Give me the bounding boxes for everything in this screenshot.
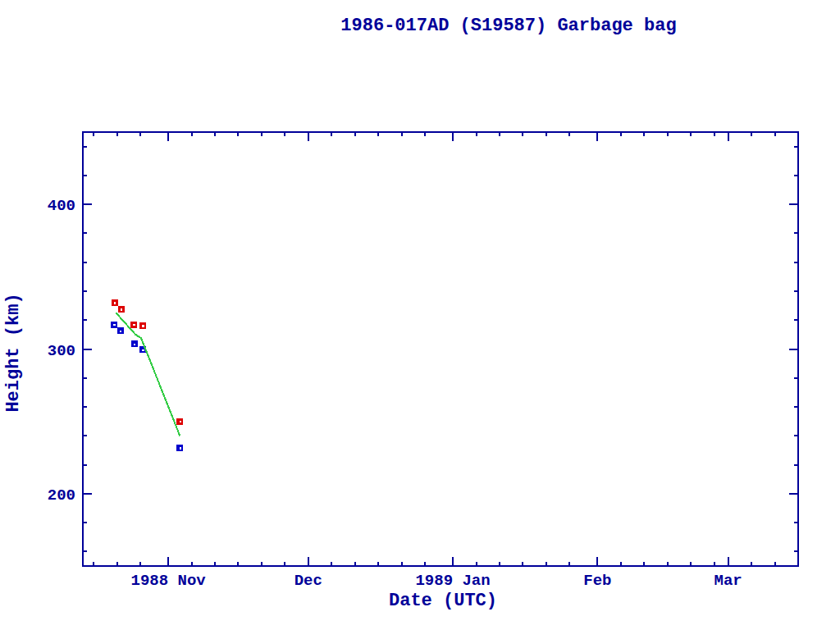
red-square-points — [112, 299, 184, 425]
red-square-points-marker-dot — [133, 324, 135, 326]
x-axis-tick-label: 1988 Nov — [130, 572, 206, 590]
red-square-points-marker-dot — [121, 308, 123, 311]
y-axis-title: Height (km) — [3, 293, 24, 412]
x-axis-title: Date (UTC) — [389, 591, 497, 611]
blue-square-points-marker-dot — [120, 331, 122, 333]
x-axis-tick-label: Feb — [583, 572, 611, 590]
tick-labels-group: 1988 NovDec1989 JanFebMar200300400 — [48, 197, 742, 590]
y-axis-tick-label: 300 — [48, 342, 75, 360]
height-vs-date-chart: 1986-017AD (S19587) Garbage bag Date (UT… — [0, 0, 840, 630]
red-square-points-marker-dot — [180, 421, 182, 423]
x-axis-tick-label: 1989 Jan — [415, 572, 490, 590]
blue-square-points-marker-dot — [113, 324, 116, 326]
axis-ticks-group — [83, 132, 798, 566]
red-square-points-marker-dot — [142, 325, 144, 327]
x-axis-tick-label: Mar — [714, 572, 742, 590]
plot-frame-group — [83, 132, 798, 566]
blue-square-points-marker-dot — [142, 349, 144, 352]
blue-square-points-marker-dot — [180, 447, 182, 450]
data-series-group — [111, 299, 183, 451]
x-axis-tick-label: Dec — [294, 572, 322, 590]
chart-title: 1986-017AD (S19587) Garbage bag — [340, 16, 676, 36]
satellite-decay-chart-page: 1986-017AD (S19587) Garbage bag Date (UT… — [0, 0, 840, 630]
blue-square-points — [111, 322, 183, 452]
y-axis-tick-label: 200 — [48, 486, 75, 504]
green-trend-line — [116, 313, 180, 436]
red-square-points-marker-dot — [114, 302, 116, 304]
y-axis-tick-label: 400 — [48, 197, 75, 215]
blue-square-points-marker-dot — [134, 344, 136, 346]
plot-frame — [83, 132, 798, 566]
